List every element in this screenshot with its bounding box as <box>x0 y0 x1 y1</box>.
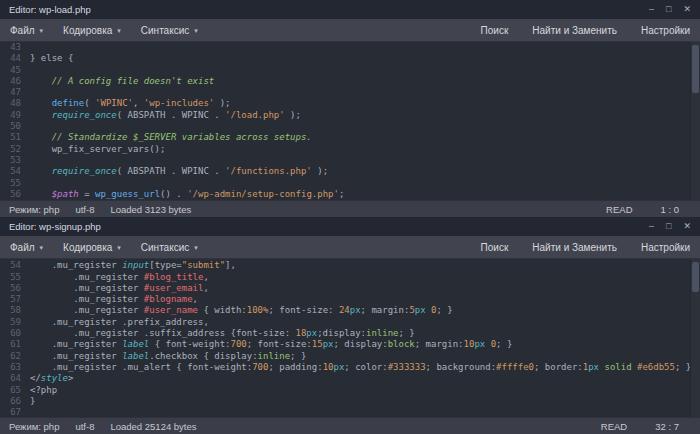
menu-encoding[interactable]: Кодировка▾ <box>63 242 121 253</box>
line-number: 54 <box>0 260 30 271</box>
line-number: 60 <box>0 328 30 339</box>
code-line[interactable]: 56 $path = wp_guess_url() . '/wp-admin/s… <box>0 189 690 200</box>
code-line[interactable]: 64</style> <box>0 373 690 384</box>
menu-encoding[interactable]: Кодировка▾ <box>63 25 121 36</box>
code-text: </style> <box>30 373 73 384</box>
chevron-down-icon: ▾ <box>117 27 121 35</box>
menu-syntax[interactable]: Синтаксис▾ <box>141 242 198 253</box>
menu-label: Поиск <box>481 25 509 36</box>
code-text: .mu_register label { font-weight:700; fo… <box>30 339 512 350</box>
line-number: 61 <box>0 339 30 350</box>
code-line[interactable]: 48 define( 'WPINC', 'wp-includes' ); <box>0 98 690 109</box>
code-line[interactable]: 59 .mu_register .prefix_address, <box>0 317 690 328</box>
code-line[interactable]: 51 // Standardize $_SERVER variables acr… <box>0 132 690 143</box>
menu-label: Найти и Заменить <box>532 25 617 36</box>
code-line[interactable]: 52 wp_fix_server_vars(); <box>0 144 690 155</box>
code-line[interactable]: 50 <box>0 121 690 132</box>
minimize-icon[interactable]: – <box>649 217 654 236</box>
code-text: .mu_register input[type="submit"], <box>30 260 236 271</box>
titlebar[interactable]: Editor: wp-signup.php – □ ✕ <box>0 217 700 236</box>
status-loaded-bytes: Loaded 25124 bytes <box>110 421 196 432</box>
line-number: 43 <box>0 42 30 53</box>
code-line[interactable]: 54 .mu_register input[type="submit"], <box>0 260 690 271</box>
code-line[interactable]: 49 require_once( ABSPATH . WPINC . '/loa… <box>0 110 690 121</box>
code-line[interactable]: 58 .mu_register #user_name { width:100%;… <box>0 305 690 316</box>
line-number: 66 <box>0 396 30 407</box>
chevron-down-icon: ▾ <box>117 244 121 252</box>
menubar-right: ПоискНайти и ЗаменитьНастройки <box>457 242 690 253</box>
close-icon[interactable]: ✕ <box>683 0 691 19</box>
code-line[interactable]: 47 <box>0 87 690 98</box>
code-line[interactable]: 61 .mu_register label { font-weight:700;… <box>0 339 690 350</box>
code-line[interactable]: 60 .mu_register .suffix_address {font-si… <box>0 328 690 339</box>
menu-find-replace[interactable]: Найти и Заменить <box>532 25 617 36</box>
scrollbar-thumb[interactable] <box>692 45 699 93</box>
line-number: 52 <box>0 144 30 155</box>
line-number: 55 <box>0 178 30 189</box>
titlebar[interactable]: Editor: wp-load.php – □ ✕ <box>0 0 700 19</box>
code-text: .mu_register #user_name { width:100%; fo… <box>30 305 453 316</box>
menu-settings[interactable]: Настройки <box>641 25 690 36</box>
statusbar: Режим: php utf-8 Loaded 3123 bytes READ … <box>0 200 700 217</box>
status-cursor-position: 1 : 0 <box>661 204 680 215</box>
code-line[interactable]: 53 <box>0 155 690 166</box>
code-text: .mu_register #user_email, <box>30 283 209 294</box>
line-number: 47 <box>0 87 30 98</box>
line-number: 56 <box>0 189 30 200</box>
window-controls: – □ ✕ <box>649 0 691 19</box>
line-number: 67 <box>0 407 30 417</box>
menu-label: Файл <box>10 25 35 36</box>
menu-settings[interactable]: Настройки <box>641 242 690 253</box>
menu-search[interactable]: Поиск <box>481 242 509 253</box>
code-line[interactable]: 65<?php <box>0 385 690 396</box>
menu-label: Синтаксис <box>141 242 189 253</box>
code-text: wp_fix_server_vars(); <box>30 144 165 155</box>
code-line[interactable]: 44} else { <box>0 53 690 64</box>
code-line[interactable]: 56 .mu_register #user_email, <box>0 283 690 294</box>
code-line[interactable]: 46 // A config file doesn't exist <box>0 76 690 87</box>
line-number: 56 <box>0 283 30 294</box>
code-text: .mu_register .suffix_address {font-size:… <box>30 328 415 339</box>
statusbar: Режим: php utf-8 Loaded 25124 bytes READ… <box>0 417 700 434</box>
status-read-mode: READ <box>606 204 632 215</box>
maximize-icon[interactable]: □ <box>666 0 671 19</box>
code-area[interactable]: 5354 .mu_register input[type="submit"],5… <box>0 259 700 417</box>
menu-file[interactable]: Файл▾ <box>10 242 43 253</box>
window-title: Editor: wp-signup.php <box>9 221 101 232</box>
menu-label: Найти и Заменить <box>532 242 617 253</box>
code-line[interactable]: 62 .mu_register label.checkbox { display… <box>0 351 690 362</box>
code-line[interactable]: 67 <box>0 407 690 417</box>
code-text: .mu_register #blogname, <box>30 294 198 305</box>
window-title: Editor: wp-load.php <box>9 4 91 15</box>
code-line[interactable]: 63 .mu_register .mu_alert { font-weight:… <box>0 362 690 373</box>
status-loaded-bytes: Loaded 3123 bytes <box>110 204 191 215</box>
menu-search[interactable]: Поиск <box>481 25 509 36</box>
code-line[interactable]: 57 .mu_register #blogname, <box>0 294 690 305</box>
code-line[interactable]: 43 <box>0 42 690 53</box>
code-text: .mu_register label.checkbox { display:in… <box>30 351 306 362</box>
scrollbar-thumb[interactable] <box>692 262 699 292</box>
vertical-scrollbar[interactable] <box>690 42 700 200</box>
code-line[interactable]: 66} <box>0 396 690 407</box>
code-line[interactable]: 54 require_once( ABSPATH . WPINC . '/fun… <box>0 166 690 177</box>
maximize-icon[interactable]: □ <box>666 217 671 236</box>
line-number: 59 <box>0 317 30 328</box>
menu-syntax[interactable]: Синтаксис▾ <box>141 25 198 36</box>
code-area[interactable]: 4344} else {4546 // A config file doesn'… <box>0 42 700 200</box>
code-line[interactable]: 55 .mu_register #blog_title, <box>0 272 690 283</box>
menu-label: Кодировка <box>63 25 112 36</box>
status-mode: Режим: php <box>9 204 59 215</box>
line-number: 51 <box>0 132 30 143</box>
code-text: <?php <box>30 385 57 396</box>
menu-file[interactable]: Файл▾ <box>10 25 43 36</box>
vertical-scrollbar[interactable] <box>690 259 700 417</box>
close-icon[interactable]: ✕ <box>683 217 691 236</box>
line-number: 44 <box>0 53 30 64</box>
menu-find-replace[interactable]: Найти и Заменить <box>532 242 617 253</box>
code-line[interactable]: 55 <box>0 178 690 189</box>
minimize-icon[interactable]: – <box>649 0 654 19</box>
code-line[interactable]: 45 <box>0 65 690 76</box>
editor-window-wp-signup: Editor: wp-signup.php – □ ✕ Файл▾Кодиров… <box>0 217 700 434</box>
line-number: 49 <box>0 110 30 121</box>
line-number: 45 <box>0 65 30 76</box>
